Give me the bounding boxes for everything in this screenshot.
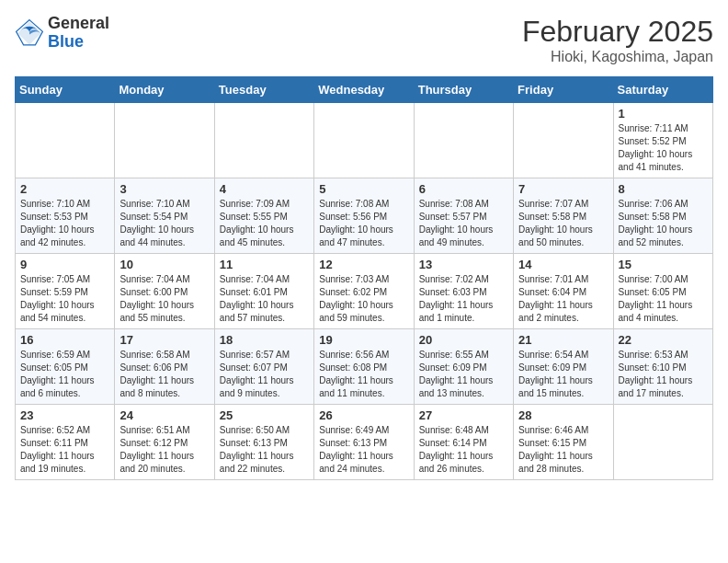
calendar-cell: 7Sunrise: 7:07 AM Sunset: 5:58 PM Daylig… — [514, 178, 613, 254]
day-number: 24 — [119, 408, 209, 422]
day-number: 25 — [220, 408, 309, 422]
calendar-table: SundayMondayTuesdayWednesdayThursdayFrid… — [15, 76, 713, 480]
weekday-tuesday: Tuesday — [214, 77, 313, 103]
calendar-cell: 23Sunrise: 6:52 AM Sunset: 6:11 PM Dayli… — [16, 405, 115, 480]
calendar-cell — [514, 103, 613, 178]
day-info: Sunrise: 7:02 AM Sunset: 6:03 PM Dayligh… — [419, 273, 508, 325]
calendar-cell — [115, 103, 214, 178]
calendar-cell: 20Sunrise: 6:55 AM Sunset: 6:09 PM Dayli… — [414, 329, 513, 405]
day-info: Sunrise: 7:08 AM Sunset: 5:56 PM Dayligh… — [319, 198, 408, 249]
calendar-cell — [16, 103, 115, 178]
day-info: Sunrise: 7:06 AM Sunset: 5:58 PM Dayligh… — [619, 198, 708, 249]
calendar-cell: 8Sunrise: 7:06 AM Sunset: 5:58 PM Daylig… — [613, 178, 712, 254]
weekday-sunday: Sunday — [16, 77, 115, 103]
day-info: Sunrise: 6:48 AM Sunset: 6:14 PM Dayligh… — [419, 424, 508, 476]
calendar-cell: 6Sunrise: 7:08 AM Sunset: 5:57 PM Daylig… — [414, 178, 513, 254]
day-number: 27 — [419, 408, 508, 422]
weekday-friday: Friday — [514, 77, 613, 103]
day-number: 8 — [619, 182, 708, 196]
day-info: Sunrise: 6:51 AM Sunset: 6:12 PM Dayligh… — [119, 424, 209, 476]
day-number: 17 — [119, 333, 209, 347]
weekday-wednesday: Wednesday — [314, 77, 414, 103]
day-info: Sunrise: 7:08 AM Sunset: 5:57 PM Dayligh… — [419, 198, 508, 249]
weekday-monday: Monday — [115, 77, 214, 103]
day-number: 4 — [220, 182, 309, 196]
calendar-cell: 4Sunrise: 7:09 AM Sunset: 5:55 PM Daylig… — [214, 178, 313, 254]
day-number: 10 — [119, 258, 209, 271]
calendar-cell: 28Sunrise: 6:46 AM Sunset: 6:15 PM Dayli… — [514, 405, 613, 480]
logo: General Blue — [15, 15, 109, 52]
day-number: 15 — [619, 258, 708, 271]
calendar-subtitle: Hioki, Kagoshima, Japan — [522, 49, 713, 65]
day-info: Sunrise: 7:04 AM Sunset: 6:01 PM Dayligh… — [220, 273, 309, 325]
day-info: Sunrise: 7:05 AM Sunset: 5:59 PM Dayligh… — [20, 273, 109, 325]
week-row-3: 16Sunrise: 6:59 AM Sunset: 6:05 PM Dayli… — [16, 329, 713, 405]
week-row-0: 1Sunrise: 7:11 AM Sunset: 5:52 PM Daylig… — [16, 103, 713, 178]
day-info: Sunrise: 6:49 AM Sunset: 6:13 PM Dayligh… — [319, 424, 408, 476]
calendar-cell: 21Sunrise: 6:54 AM Sunset: 6:09 PM Dayli… — [514, 329, 613, 405]
weekday-saturday: Saturday — [613, 77, 712, 103]
day-info: Sunrise: 7:01 AM Sunset: 6:04 PM Dayligh… — [518, 273, 608, 325]
calendar-cell: 10Sunrise: 7:04 AM Sunset: 6:00 PM Dayli… — [115, 254, 214, 329]
day-info: Sunrise: 7:10 AM Sunset: 5:54 PM Dayligh… — [119, 198, 209, 249]
day-number: 28 — [518, 408, 608, 422]
day-number: 2 — [20, 182, 109, 196]
day-number: 9 — [20, 258, 109, 271]
day-number: 7 — [518, 182, 608, 196]
day-number: 16 — [20, 333, 109, 347]
day-number: 20 — [419, 333, 508, 347]
day-info: Sunrise: 7:10 AM Sunset: 5:53 PM Dayligh… — [20, 198, 109, 249]
day-info: Sunrise: 6:50 AM Sunset: 6:13 PM Dayligh… — [220, 424, 309, 476]
calendar-cell: 11Sunrise: 7:04 AM Sunset: 6:01 PM Dayli… — [214, 254, 313, 329]
calendar-cell: 27Sunrise: 6:48 AM Sunset: 6:14 PM Dayli… — [414, 405, 513, 480]
day-info: Sunrise: 7:04 AM Sunset: 6:00 PM Dayligh… — [119, 273, 209, 325]
calendar-cell: 2Sunrise: 7:10 AM Sunset: 5:53 PM Daylig… — [16, 178, 115, 254]
day-info: Sunrise: 6:54 AM Sunset: 6:09 PM Dayligh… — [518, 349, 608, 400]
title-block: February 2025 Hioki, Kagoshima, Japan — [522, 15, 713, 65]
day-number: 11 — [220, 258, 309, 271]
day-number: 5 — [319, 182, 408, 196]
calendar-cell: 16Sunrise: 6:59 AM Sunset: 6:05 PM Dayli… — [16, 329, 115, 405]
calendar-cell: 24Sunrise: 6:51 AM Sunset: 6:12 PM Dayli… — [115, 405, 214, 480]
week-row-4: 23Sunrise: 6:52 AM Sunset: 6:11 PM Dayli… — [16, 405, 713, 480]
week-row-2: 9Sunrise: 7:05 AM Sunset: 5:59 PM Daylig… — [16, 254, 713, 329]
calendar-cell: 15Sunrise: 7:00 AM Sunset: 6:05 PM Dayli… — [613, 254, 712, 329]
calendar-cell: 26Sunrise: 6:49 AM Sunset: 6:13 PM Dayli… — [314, 405, 414, 480]
calendar-cell — [314, 103, 414, 178]
day-number: 22 — [619, 333, 708, 347]
day-info: Sunrise: 6:56 AM Sunset: 6:08 PM Dayligh… — [319, 349, 408, 400]
day-info: Sunrise: 7:07 AM Sunset: 5:58 PM Dayligh… — [518, 198, 608, 249]
day-number: 19 — [319, 333, 408, 347]
day-number: 12 — [319, 258, 408, 271]
calendar-cell — [414, 103, 513, 178]
day-info: Sunrise: 6:52 AM Sunset: 6:11 PM Dayligh… — [20, 424, 109, 476]
calendar-cell: 9Sunrise: 7:05 AM Sunset: 5:59 PM Daylig… — [16, 254, 115, 329]
day-info: Sunrise: 7:11 AM Sunset: 5:52 PM Dayligh… — [619, 122, 708, 174]
day-info: Sunrise: 6:57 AM Sunset: 6:07 PM Dayligh… — [220, 349, 309, 400]
day-info: Sunrise: 7:00 AM Sunset: 6:05 PM Dayligh… — [619, 273, 708, 325]
day-info: Sunrise: 6:46 AM Sunset: 6:15 PM Dayligh… — [518, 424, 608, 476]
week-row-1: 2Sunrise: 7:10 AM Sunset: 5:53 PM Daylig… — [16, 178, 713, 254]
day-info: Sunrise: 7:09 AM Sunset: 5:55 PM Dayligh… — [220, 198, 309, 249]
weekday-thursday: Thursday — [414, 77, 513, 103]
calendar-cell: 19Sunrise: 6:56 AM Sunset: 6:08 PM Dayli… — [314, 329, 414, 405]
calendar-title: February 2025 — [522, 15, 713, 49]
calendar-cell: 18Sunrise: 6:57 AM Sunset: 6:07 PM Dayli… — [214, 329, 313, 405]
page-header: General Blue February 2025 Hioki, Kagosh… — [15, 15, 713, 65]
calendar-cell: 25Sunrise: 6:50 AM Sunset: 6:13 PM Dayli… — [214, 405, 313, 480]
calendar-cell: 14Sunrise: 7:01 AM Sunset: 6:04 PM Dayli… — [514, 254, 613, 329]
day-info: Sunrise: 6:58 AM Sunset: 6:06 PM Dayligh… — [119, 349, 209, 400]
day-number: 21 — [518, 333, 608, 347]
day-number: 3 — [119, 182, 209, 196]
calendar-cell — [214, 103, 313, 178]
calendar-cell: 1Sunrise: 7:11 AM Sunset: 5:52 PM Daylig… — [613, 103, 712, 178]
day-info: Sunrise: 6:53 AM Sunset: 6:10 PM Dayligh… — [619, 349, 708, 400]
day-number: 14 — [518, 258, 608, 271]
day-number: 6 — [419, 182, 508, 196]
day-number: 18 — [220, 333, 309, 347]
day-info: Sunrise: 6:59 AM Sunset: 6:05 PM Dayligh… — [20, 349, 109, 400]
calendar-cell: 5Sunrise: 7:08 AM Sunset: 5:56 PM Daylig… — [314, 178, 414, 254]
calendar-cell: 17Sunrise: 6:58 AM Sunset: 6:06 PM Dayli… — [115, 329, 214, 405]
day-number: 26 — [319, 408, 408, 422]
calendar-cell: 12Sunrise: 7:03 AM Sunset: 6:02 PM Dayli… — [314, 254, 414, 329]
